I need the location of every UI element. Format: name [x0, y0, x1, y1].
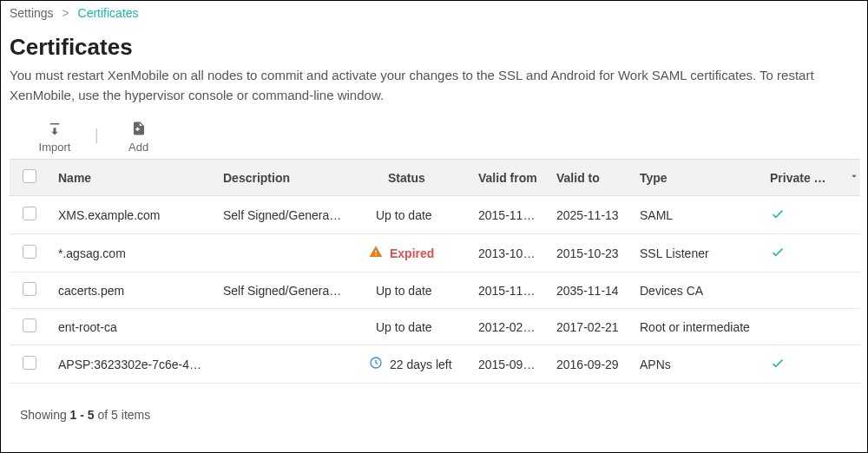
table-row[interactable]: cacerts.pemSelf Signed/GeneratedUp to da…: [10, 272, 860, 309]
cell-name: *.agsag.com: [49, 234, 214, 272]
cell-status: Up to date: [352, 196, 470, 234]
row-checkbox[interactable]: [23, 318, 36, 332]
breadcrumb: Settings > Certificates: [10, 4, 858, 34]
table-row[interactable]: APSP:3623302e-7c6e-4df8-aa9e22 days left…: [10, 345, 860, 384]
cell-type: SSL Listener: [631, 234, 761, 272]
cell-private-key: [761, 196, 839, 234]
cell-status: Up to date: [352, 272, 470, 309]
footer-prefix: Showing: [20, 408, 70, 422]
status-text: 22 days left: [390, 358, 452, 371]
header-private-key[interactable]: Private key: [761, 160, 839, 196]
page-description: You must restart XenMobile on all nodes …: [10, 66, 858, 105]
breadcrumb-separator: >: [62, 6, 69, 20]
cell-status: 22 days left: [352, 345, 470, 384]
checkmark-icon: [770, 359, 786, 373]
cell-status: Up to date: [352, 309, 470, 345]
cell-name: XMS.example.com: [49, 196, 214, 234]
cell-description: Self Signed/Generated: [214, 272, 352, 309]
cell-type: Devices CA: [631, 272, 761, 309]
footer-total: 5: [111, 408, 118, 422]
import-icon: [47, 121, 62, 141]
row-checkbox[interactable]: [23, 207, 36, 220]
cell-name: cacerts.pem: [49, 272, 214, 309]
cell-valid-from: 2015-11-16: [470, 272, 548, 309]
table-row[interactable]: XMS.example.comSelf Signed/GeneratedUp t…: [10, 196, 860, 234]
pagination-summary: Showing 1 - 5 of 5 items: [10, 384, 858, 422]
add-label: Add: [128, 141, 148, 154]
header-checkbox-cell: [10, 160, 49, 196]
footer-middle: of: [95, 408, 111, 422]
checkmark-icon: [770, 248, 786, 262]
cell-private-key: [761, 272, 839, 309]
footer-suffix: items: [118, 408, 150, 422]
status-text: Up to date: [376, 320, 432, 334]
status-text: Expired: [390, 246, 434, 260]
header-valid-to[interactable]: Valid to: [548, 160, 631, 196]
checkmark-icon: [770, 210, 786, 224]
breadcrumb-parent[interactable]: Settings: [10, 6, 54, 20]
table-header-row: Name Description Status Valid from Valid…: [10, 160, 860, 196]
cell-valid-to: 2015-10-23: [548, 234, 631, 272]
add-button[interactable]: Add: [120, 121, 158, 154]
toolbar: Import | Add: [10, 121, 858, 154]
cell-type: APNs: [631, 345, 761, 384]
cell-description: [214, 309, 352, 345]
cell-valid-to: 2035-11-14: [548, 272, 631, 309]
clock-icon: [369, 356, 383, 372]
cell-description: [214, 345, 352, 384]
certificates-table: Name Description Status Valid from Valid…: [10, 159, 860, 384]
row-checkbox[interactable]: [23, 245, 36, 259]
cell-private-key: [761, 309, 839, 345]
cell-valid-from: 2015-11-16: [470, 196, 548, 234]
header-type[interactable]: Type: [631, 160, 761, 196]
header-name[interactable]: Name: [49, 160, 214, 196]
footer-range: 1 - 5: [70, 408, 95, 422]
status-text: Up to date: [376, 284, 432, 298]
cell-name: APSP:3623302e-7c6e-4df8-aa9e: [49, 345, 214, 384]
table-row[interactable]: ent-root-caUp to date2012-02-222017-02-2…: [10, 309, 860, 345]
add-icon: [131, 121, 147, 141]
header-valid-from[interactable]: Valid from: [470, 160, 548, 196]
cell-valid-to: 2016-09-29: [548, 345, 631, 384]
cell-valid-from: 2012-02-22: [470, 309, 548, 345]
cell-description: [214, 234, 352, 272]
toolbar-divider: |: [95, 126, 99, 149]
import-label: Import: [39, 141, 71, 154]
cell-private-key: [761, 345, 839, 384]
cell-type: Root or intermediate: [631, 309, 761, 345]
cell-valid-to: 2025-11-13: [548, 196, 631, 234]
header-status[interactable]: Status: [352, 160, 470, 196]
header-chevron[interactable]: [839, 160, 860, 196]
cell-valid-to: 2017-02-21: [548, 309, 631, 345]
cell-private-key: [761, 234, 839, 272]
status-text: Up to date: [376, 208, 432, 222]
cell-status: Expired: [352, 234, 470, 272]
cell-valid-from: 2015-09-30: [470, 345, 548, 384]
import-button[interactable]: Import: [36, 121, 74, 154]
page-title: Certificates: [10, 34, 858, 61]
row-checkbox[interactable]: [23, 282, 36, 296]
cell-name: ent-root-ca: [49, 309, 214, 345]
cell-type: SAML: [631, 196, 761, 234]
header-description[interactable]: Description: [214, 160, 352, 196]
select-all-checkbox[interactable]: [23, 169, 36, 183]
table-row[interactable]: *.agsag.comExpired2013-10-232015-10-23SS…: [10, 234, 860, 272]
breadcrumb-current: Certificates: [78, 6, 139, 20]
warning-triangle-icon: [369, 245, 383, 261]
cell-valid-from: 2013-10-23: [470, 234, 548, 272]
cell-description: Self Signed/Generated: [214, 196, 352, 234]
row-checkbox[interactable]: [23, 356, 36, 370]
